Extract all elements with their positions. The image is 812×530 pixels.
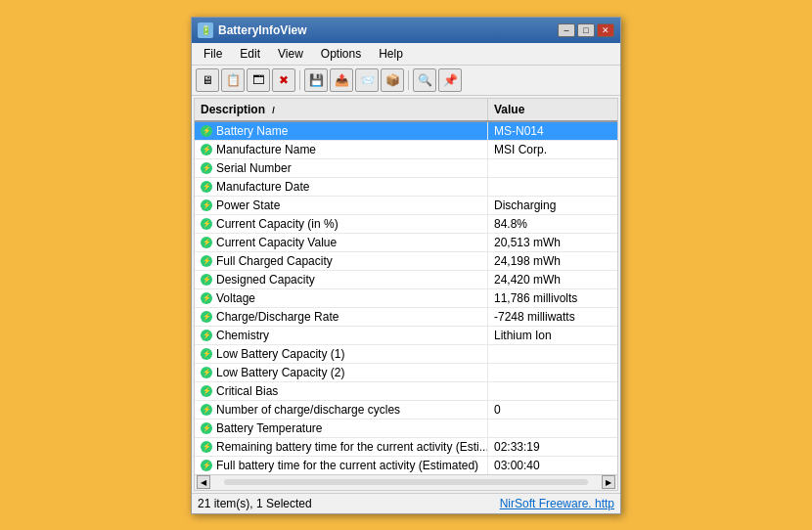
- toolbar-btn-export[interactable]: 📤: [330, 68, 353, 92]
- row-description-text: Battery Temperature: [216, 421, 323, 435]
- row-icon: [201, 274, 212, 286]
- row-value-text: [488, 420, 617, 437]
- toolbar-btn-mail[interactable]: 📨: [355, 68, 379, 92]
- menu-help[interactable]: Help: [371, 45, 411, 63]
- row-icon: [201, 348, 212, 360]
- scroll-right-button[interactable]: ▶: [602, 475, 615, 489]
- row-icon: [201, 330, 212, 341]
- row-description: Full Charged Capacity: [195, 252, 488, 270]
- row-icon: [201, 181, 212, 193]
- toolbar-btn-pin[interactable]: 📌: [438, 68, 462, 92]
- table-row[interactable]: Low Battery Capacity (2): [195, 364, 617, 382]
- row-value-text: [488, 178, 617, 196]
- row-description: Serial Number: [195, 159, 488, 177]
- table-row[interactable]: Low Battery Capacity (1): [195, 345, 617, 364]
- table-row[interactable]: Serial Number: [195, 159, 617, 178]
- table-row[interactable]: Critical Bias: [195, 382, 617, 401]
- row-description-text: Current Capacity (in %): [216, 217, 338, 231]
- row-description: Low Battery Capacity (2): [195, 364, 488, 381]
- title-bar: 🔋 BatteryInfoView – □ ✕: [192, 18, 620, 43]
- row-description-text: Voltage: [216, 291, 255, 305]
- row-description: Full battery time for the current activi…: [195, 457, 488, 474]
- row-icon: [201, 441, 212, 453]
- menu-bar: File Edit View Options Help: [192, 43, 620, 66]
- toolbar-btn-search[interactable]: 🔍: [413, 68, 436, 92]
- menu-edit[interactable]: Edit: [232, 45, 268, 63]
- window-title: BatteryInfoView: [218, 23, 306, 37]
- horizontal-scrollbar[interactable]: ◀ ▶: [195, 474, 617, 490]
- table-row[interactable]: Battery Temperature: [195, 420, 617, 438]
- toolbar-btn-delete[interactable]: ✖: [272, 68, 295, 92]
- table-row[interactable]: Power StateDischarging: [195, 197, 617, 215]
- toolbar-btn-save[interactable]: 💾: [304, 68, 328, 92]
- row-description: Designed Capacity: [195, 271, 488, 288]
- row-description-text: Full Charged Capacity: [216, 254, 333, 268]
- toolbar-separator-1: [299, 70, 300, 90]
- row-description-text: Power State: [216, 199, 280, 212]
- table-row[interactable]: Voltage11,786 millivolts: [195, 289, 617, 308]
- title-buttons: – □ ✕: [558, 23, 614, 37]
- table-row[interactable]: Designed Capacity24,420 mWh: [195, 271, 617, 289]
- row-description-text: Manufacture Name: [216, 143, 316, 156]
- row-value-text: 84.8%: [488, 215, 617, 233]
- header-value: Value: [488, 99, 617, 120]
- table-row[interactable]: Charge/Discharge Rate-7248 milliwatts: [195, 308, 617, 327]
- row-description-text: Battery Name: [216, 124, 288, 138]
- row-icon: [201, 292, 212, 304]
- toolbar-btn-package[interactable]: 📦: [381, 68, 404, 92]
- menu-options[interactable]: Options: [313, 45, 369, 63]
- nirsoft-link[interactable]: NirSoft Freeware. http: [500, 497, 614, 510]
- row-icon: [201, 125, 212, 137]
- table-row[interactable]: ChemistryLithium Ion: [195, 327, 617, 345]
- row-icon: [201, 311, 212, 323]
- header-description: Description /: [195, 99, 488, 120]
- maximize-button[interactable]: □: [577, 23, 595, 37]
- row-description: Battery Name: [195, 122, 488, 140]
- table-row[interactable]: Full Charged Capacity24,198 mWh: [195, 252, 617, 271]
- row-value-text: MSI Corp.: [488, 141, 617, 158]
- row-description: Battery Temperature: [195, 420, 488, 437]
- row-description: Current Capacity Value: [195, 234, 488, 251]
- row-description-text: Serial Number: [216, 161, 292, 175]
- row-description-text: Full battery time for the current activi…: [216, 459, 478, 472]
- row-icon: [201, 144, 212, 155]
- row-description-text: Designed Capacity: [216, 273, 315, 287]
- row-description: Current Capacity (in %): [195, 215, 488, 233]
- row-description-text: Remaining battery time for the current a…: [216, 440, 488, 454]
- close-button[interactable]: ✕: [597, 23, 614, 37]
- menu-view[interactable]: View: [270, 45, 311, 63]
- table-row[interactable]: Full battery time for the current activi…: [195, 457, 617, 474]
- row-value-text: [488, 364, 617, 381]
- menu-file[interactable]: File: [196, 45, 230, 63]
- row-description: Number of charge/discharge cycles: [195, 401, 488, 419]
- row-description: Low Battery Capacity (1): [195, 345, 488, 363]
- table-row[interactable]: Battery NameMS-N014: [195, 122, 617, 141]
- row-icon: [201, 460, 212, 471]
- row-description: Manufacture Date: [195, 178, 488, 196]
- toolbar-btn-2[interactable]: 📋: [221, 68, 245, 92]
- table-row[interactable]: Manufacture NameMSI Corp.: [195, 141, 617, 159]
- row-description-text: Number of charge/discharge cycles: [216, 403, 400, 417]
- row-value-text: 20,513 mWh: [488, 234, 617, 251]
- row-icon: [201, 218, 212, 230]
- scroll-track[interactable]: [224, 479, 588, 485]
- table-row[interactable]: Current Capacity (in %)84.8%: [195, 215, 617, 234]
- row-value-text: [488, 382, 617, 400]
- table-scroll-area[interactable]: Battery NameMS-N014Manufacture NameMSI C…: [195, 122, 617, 474]
- status-item-count: 21 item(s), 1 Selected: [198, 497, 312, 510]
- status-bar: 21 item(s), 1 Selected NirSoft Freeware.…: [192, 493, 620, 513]
- minimize-button[interactable]: –: [558, 23, 575, 37]
- table-row[interactable]: Remaining battery time for the current a…: [195, 438, 617, 457]
- row-value-text: 03:00:40: [488, 457, 617, 474]
- row-value-text: 11,786 millivolts: [488, 289, 617, 307]
- toolbar-btn-1[interactable]: 🖥: [196, 68, 219, 92]
- table-row[interactable]: Manufacture Date: [195, 178, 617, 197]
- row-description-text: Manufacture Date: [216, 180, 309, 194]
- row-icon: [201, 404, 212, 416]
- row-value-text: 02:33:19: [488, 438, 617, 456]
- toolbar-btn-3[interactable]: 🗔: [247, 68, 270, 92]
- table-row[interactable]: Current Capacity Value20,513 mWh: [195, 234, 617, 252]
- table-row[interactable]: Number of charge/discharge cycles0: [195, 401, 617, 420]
- data-table: Description / Value Battery NameMS-N014M…: [194, 98, 618, 491]
- scroll-left-button[interactable]: ◀: [197, 475, 210, 489]
